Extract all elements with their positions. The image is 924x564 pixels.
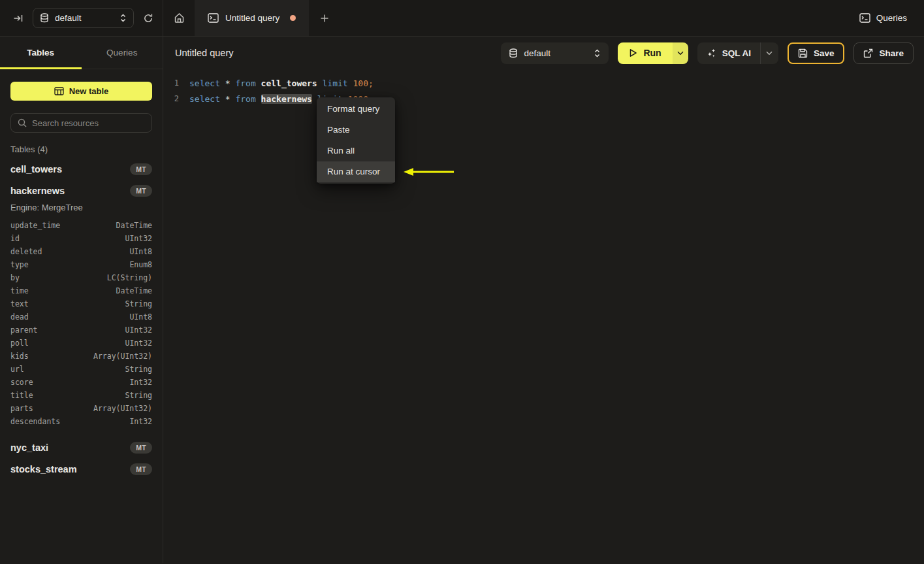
table-name: nyc_taxi: [10, 442, 48, 453]
queries-button-label: Queries: [876, 13, 907, 23]
column-row: timeDateTime: [10, 284, 152, 297]
search-icon: [18, 118, 27, 127]
engine-badge: MT: [130, 185, 152, 197]
play-icon: [629, 48, 637, 58]
code-token: hackernews: [261, 94, 312, 104]
code-token: from: [235, 94, 261, 104]
column-type: DateTime: [116, 286, 152, 295]
annotation-arrow: [404, 167, 456, 176]
column-type: String: [125, 299, 152, 308]
column-name: url: [10, 365, 24, 374]
database-selector-top-value: default: [55, 13, 114, 23]
column-type: UInt8: [129, 312, 152, 322]
search-input[interactable]: [32, 118, 145, 128]
table-row[interactable]: cell_towersMT: [10, 158, 152, 180]
sql-ai-button-label: SQL AI: [722, 48, 751, 58]
save-button[interactable]: Save: [788, 42, 845, 64]
sidebar: Tables Queries New table: [0, 37, 163, 563]
sidebar-tab-queries[interactable]: Queries: [82, 37, 163, 69]
code-token: from: [235, 78, 261, 88]
tables-section-label: Tables (4): [10, 144, 152, 154]
column-type: Int32: [129, 417, 152, 426]
database-icon: [40, 13, 49, 23]
column-row: update_timeDateTime: [10, 219, 152, 232]
run-button[interactable]: Run: [618, 42, 672, 64]
column-row: titleString: [10, 389, 152, 402]
chevron-down-icon: [677, 51, 684, 56]
database-selector-toolbar[interactable]: default: [501, 42, 609, 64]
column-name: parent: [10, 325, 38, 335]
chevron-down-icon: [766, 51, 773, 56]
column-type: LC(String): [107, 273, 152, 282]
run-split-button: Run: [618, 42, 688, 64]
column-type: UInt32: [125, 325, 152, 335]
table-row[interactable]: stocks_streamMT: [10, 458, 152, 480]
column-row: scoreInt32: [10, 376, 152, 389]
sql-ai-options-button[interactable]: [760, 42, 778, 64]
new-table-button[interactable]: New table: [10, 82, 152, 101]
sql-editor[interactable]: 1select * from cell_towers limit 100;2se…: [163, 69, 924, 107]
column-row: typeEnum8: [10, 258, 152, 271]
column-name: dead: [10, 312, 29, 322]
save-icon: [798, 48, 808, 58]
columns-list: update_timeDateTimeidUInt32deletedUInt8t…: [10, 219, 152, 428]
column-row: pollUInt32: [10, 337, 152, 350]
column-name: type: [10, 260, 29, 269]
sql-ai-button[interactable]: SQL AI: [697, 42, 760, 64]
column-type: Array(UInt32): [93, 352, 152, 361]
home-button[interactable]: [163, 0, 195, 36]
table-row[interactable]: nyc_taxiMT: [10, 437, 152, 458]
run-options-button[interactable]: [673, 42, 688, 64]
tables-list: cell_towersMThackernewsMTEngine: MergeTr…: [10, 158, 152, 480]
menu-item-paste[interactable]: Paste: [317, 120, 395, 141]
refresh-button[interactable]: [143, 13, 153, 24]
database-icon: [509, 48, 518, 58]
column-row: descendantsInt32: [10, 415, 152, 428]
line-number: 2: [163, 94, 179, 103]
sparkles-icon: [707, 48, 716, 58]
sidebar-tab-tables-label: Tables: [27, 48, 54, 58]
save-button-label: Save: [814, 48, 835, 58]
unsaved-dot: [290, 15, 296, 21]
top-bar-left: default: [0, 0, 163, 36]
sql-ai-split-button: SQL AI: [697, 42, 778, 64]
table-name: stocks_stream: [10, 464, 77, 474]
menu-item-run-all[interactable]: Run all: [317, 141, 395, 161]
column-type: DateTime: [116, 221, 152, 230]
home-icon: [174, 12, 185, 24]
new-tab-button[interactable]: [309, 0, 340, 36]
table-row[interactable]: hackernewsMT: [10, 180, 152, 201]
code-token: 100;: [353, 78, 373, 88]
run-button-label: Run: [643, 48, 661, 58]
column-row: textString: [10, 297, 152, 310]
terminal-icon: [859, 13, 870, 23]
sidebar-tab-tables[interactable]: Tables: [0, 37, 82, 69]
collapse-sidebar-icon: [13, 13, 24, 24]
context-menu: Format queryPasteRun allRun at cursor: [317, 97, 395, 184]
share-button[interactable]: Share: [853, 42, 914, 64]
refresh-icon: [143, 13, 153, 24]
database-selector-top[interactable]: default: [33, 8, 134, 28]
updown-chevron-icon: [594, 49, 601, 58]
column-row: urlString: [10, 363, 152, 376]
sidebar-tab-queries-label: Queries: [106, 48, 137, 58]
column-row: deletedUInt8: [10, 245, 152, 258]
menu-item-run-at-cursor[interactable]: Run at cursor: [317, 161, 395, 182]
code-line[interactable]: 2select * from hackernews limit 1000: [163, 91, 924, 107]
collapse-sidebar-button[interactable]: [13, 13, 24, 24]
column-row: deadUInt8: [10, 310, 152, 323]
line-number: 1: [163, 78, 179, 88]
column-name: score: [10, 378, 33, 387]
column-type: Enum8: [129, 260, 152, 269]
database-selector-toolbar-value: default: [524, 48, 588, 58]
new-table-button-label: New table: [69, 86, 109, 96]
tab-untitled-query[interactable]: Untitled query: [195, 0, 309, 36]
column-type: UInt32: [125, 339, 152, 348]
queries-button[interactable]: Queries: [859, 13, 907, 23]
menu-item-format-query[interactable]: Format query: [317, 99, 395, 120]
column-name: poll: [10, 339, 29, 348]
share-button-label: Share: [879, 48, 904, 58]
column-name: descendants: [10, 417, 60, 426]
plus-icon: [320, 14, 329, 23]
code-line[interactable]: 1select * from cell_towers limit 100;: [163, 75, 924, 91]
